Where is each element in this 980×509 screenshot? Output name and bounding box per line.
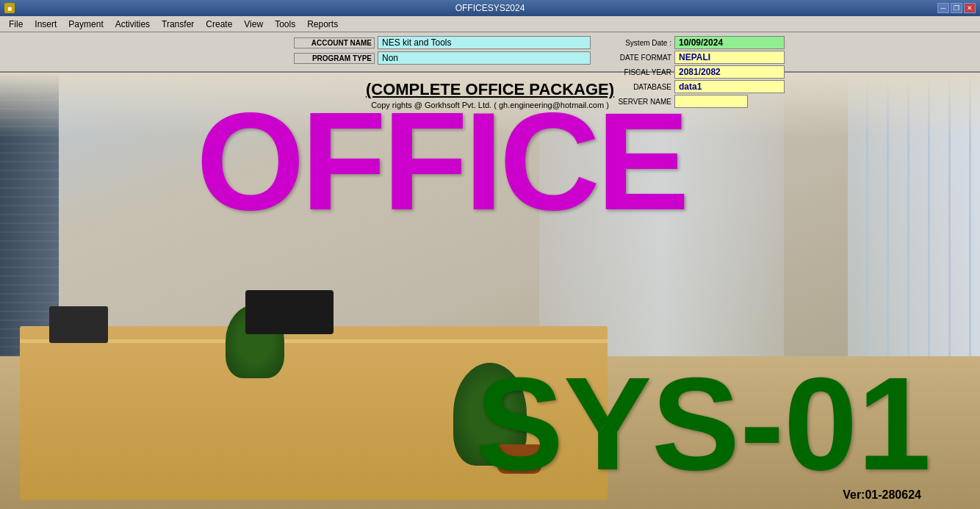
office-text: OFFICE [196,102,686,221]
info-bar: ACCOUNT NAME NES kit and Tools PROGRAM T… [0,32,980,73]
server-name-value [674,95,748,108]
program-type-value: Non [378,51,591,65]
menu-bar: File Insert Payment Activities Transfer … [0,16,980,32]
desk-equipment [245,290,334,334]
fiscal-year-label: FISCAL YEAR [605,68,671,76]
fiscal-year-row: FISCAL YEAR 2081/2082 [605,65,785,79]
database-label: DATABASE [605,83,671,91]
menu-transfer[interactable]: Transfer [156,18,200,31]
restore-button[interactable]: ❐ [951,3,962,13]
title-bar: ■ OFFICESYS2024 ─ ❐ ✕ [0,0,980,16]
copyright-text: Copy rights @ Gorkhsoft Pvt. Ltd. ( gh.e… [366,101,614,109]
minimize-button[interactable]: ─ [937,3,949,13]
menu-create[interactable]: Create [200,18,238,31]
version-text: Ver:01-280624 [843,488,921,502]
desk-equipment2 [49,306,108,343]
menu-activities[interactable]: Activities [109,18,156,31]
account-name-value: NES kit and Tools [378,36,591,49]
database-row: DATABASE data1 [605,80,785,93]
database-value: data1 [674,80,785,93]
system-date-label: System Date : [605,39,671,47]
menu-file[interactable]: File [3,18,29,31]
fiscal-year-value: 2081/2082 [674,65,785,79]
menu-tools[interactable]: Tools [269,18,301,31]
right-panel: System Date : 10/09/2024 DATE FORMAT NEP… [605,36,785,108]
date-format-row: DATE FORMAT NEPALI [605,51,785,64]
overlay-package: (COMPLETE OFFICE PACKAGE) Copy rights @ … [366,80,614,109]
package-title: (COMPLETE OFFICE PACKAGE) [366,80,614,99]
system-date-value: 10/09/2024 [674,36,785,49]
main-content: OFFICE SYS-01 (COMPLETE OFFICE PACKAGE) … [0,73,980,509]
menu-insert[interactable]: Insert [29,18,62,31]
close-button[interactable]: ✕ [964,3,976,13]
system-date-row: System Date : 10/09/2024 [605,36,785,49]
menu-view[interactable]: View [238,18,269,31]
account-name-row: ACCOUNT NAME NES kit and Tools [294,36,591,49]
desk-surface [20,339,608,343]
menu-reports[interactable]: Reports [301,18,344,31]
program-type-row: PROGRAM TYPE Non [294,51,591,65]
left-fields: ACCOUNT NAME NES kit and Tools PROGRAM T… [294,36,591,65]
server-name-row: SERVER NAME [605,95,785,108]
server-name-label: SERVER NAME [605,98,671,106]
window-title: OFFICESYS2024 [455,3,525,13]
account-name-label: ACCOUNT NAME [294,37,375,48]
menu-payment[interactable]: Payment [62,18,109,31]
date-format-value: NEPALI [674,51,785,64]
app-icon: ■ [4,3,15,13]
sys01-text: SYS-01 [475,367,931,480]
date-format-label: DATE FORMAT [605,54,671,62]
window-controls: ─ ❐ ✕ [937,3,976,13]
program-type-label: PROGRAM TYPE [294,53,375,64]
